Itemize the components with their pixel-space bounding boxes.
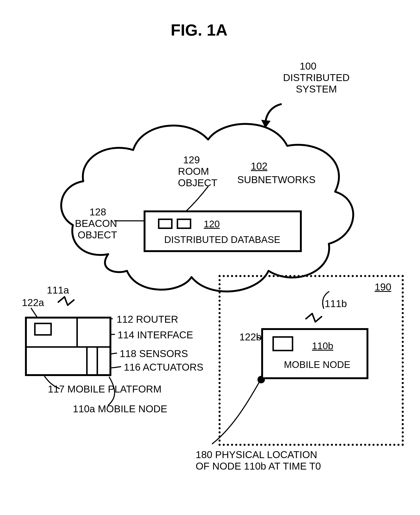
label-102-number: 102 [251, 161, 267, 172]
label-128-number: 128 [90, 206, 106, 218]
label-110b-text: MOBILE NODE [284, 359, 351, 370]
label-110b-number: 110b [312, 340, 333, 352]
label-114: 114 INTERFACE [118, 329, 193, 341]
label-120-text: DISTRIBUTED DATABASE [164, 234, 280, 245]
label-122b: 122b [239, 331, 262, 343]
router-cell [27, 319, 78, 348]
label-117: 117 MOBILE PLATFORM [48, 383, 162, 395]
beacon-122a-icon [34, 323, 52, 336]
beacon-122b-icon [272, 336, 293, 351]
label-102-text: SUBNETWORKS [237, 174, 315, 185]
label-129-text: ROOM OBJECT [178, 166, 217, 189]
beacon-object-icon [158, 219, 172, 229]
label-111a: 111a [47, 284, 69, 296]
label-118: 118 SENSORS [120, 348, 188, 359]
room-object-icon [177, 219, 191, 229]
label-116: 116 ACTUATORS [124, 361, 203, 373]
label-111b: 111b [325, 298, 347, 309]
sensors-cell [88, 348, 98, 374]
mobile-node-110b: 110b MOBILE NODE [261, 328, 368, 379]
mobile-platform-cell [27, 348, 88, 374]
label-190: 190 [375, 281, 391, 293]
figure-1a: FIG. 1A 100 DISTRIBUTED SYSTEM [0, 0, 420, 515]
label-129-number: 129 [183, 154, 200, 166]
label-120-number: 120 [204, 219, 220, 230]
label-110a: 110a MOBILE NODE [73, 403, 167, 415]
interface-cell [78, 319, 109, 348]
label-122a: 122a [22, 297, 44, 308]
label-112: 112 ROUTER [117, 314, 178, 325]
label-128-text: BEACON OBJECT [75, 218, 117, 241]
mobile-node-110a [25, 317, 111, 376]
distributed-database-box: 120 DISTRIBUTED DATABASE [144, 210, 302, 252]
label-180: 180 PHYSICAL LOCATION OF NODE 110b AT TI… [196, 449, 321, 472]
actuators-cell [98, 348, 109, 374]
